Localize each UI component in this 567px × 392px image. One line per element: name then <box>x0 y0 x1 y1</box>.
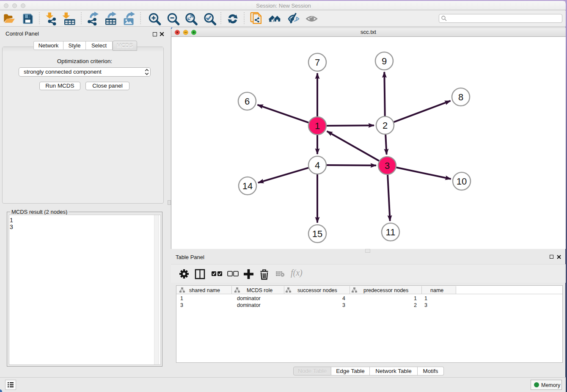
svg-text:6: 6 <box>245 96 250 107</box>
svg-text:14: 14 <box>242 181 253 191</box>
svg-text:9: 9 <box>382 56 387 66</box>
svg-text:4: 4 <box>315 160 320 171</box>
svg-text:15: 15 <box>312 229 322 239</box>
svg-text:2: 2 <box>383 120 388 131</box>
svg-text:1: 1 <box>315 121 320 131</box>
svg-text:11: 11 <box>386 227 396 237</box>
svg-text:8: 8 <box>458 92 463 102</box>
svg-text:3: 3 <box>385 160 390 171</box>
svg-text:7: 7 <box>315 57 320 68</box>
svg-text:10: 10 <box>457 176 467 187</box>
